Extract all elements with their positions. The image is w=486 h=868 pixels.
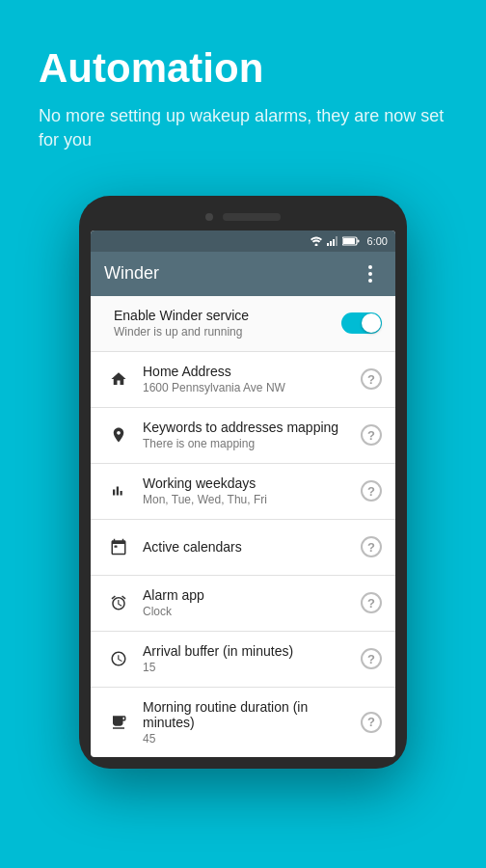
morning-routine-icon bbox=[104, 714, 133, 731]
list-item-working-weekdays[interactable]: Working weekdays Mon, Tue, Wed, Thu, Fri… bbox=[91, 464, 395, 520]
working-weekdays-help[interactable]: ? bbox=[361, 480, 382, 502]
more-dot-2 bbox=[368, 272, 372, 276]
svg-rect-8 bbox=[115, 546, 118, 548]
more-dot-1 bbox=[368, 265, 372, 269]
keywords-mapping-subtitle: There is one mapping bbox=[143, 437, 351, 450]
phone-mockup: 6:00 Winder Enable Winder service Winder… bbox=[0, 176, 486, 769]
active-calendars-help[interactable]: ? bbox=[361, 536, 382, 557]
arrival-buffer-help[interactable]: ? bbox=[361, 648, 382, 669]
list-item-active-calendars[interactable]: Active calendars ? bbox=[91, 520, 395, 576]
arrival-buffer-icon bbox=[104, 650, 133, 667]
morning-routine-subtitle: 45 bbox=[143, 732, 351, 746]
list-item-keywords-mapping[interactable]: Keywords to addresses mapping There is o… bbox=[91, 408, 395, 464]
app-bar: Winder bbox=[91, 252, 395, 296]
arrival-buffer-title: Arrival buffer (in minutes) bbox=[143, 643, 351, 659]
wifi-icon bbox=[310, 236, 323, 246]
status-icons: 6:00 bbox=[310, 235, 388, 247]
arrival-buffer-content: Arrival buffer (in minutes) 15 bbox=[133, 643, 361, 674]
alarm-app-title: Alarm app bbox=[143, 587, 351, 603]
active-calendars-title: Active calendars bbox=[143, 539, 351, 555]
hero-title: Automation bbox=[39, 46, 447, 91]
more-dot-3 bbox=[368, 279, 372, 283]
app-bar-title: Winder bbox=[104, 263, 159, 284]
active-calendars-content: Active calendars bbox=[133, 539, 361, 555]
list-item-morning-routine[interactable]: Morning routine duration (in minutes) 45… bbox=[91, 688, 395, 757]
phone-top-bar bbox=[91, 207, 395, 231]
hero-section: Automation No more setting up wakeup ala… bbox=[0, 0, 486, 176]
home-address-subtitle: 1600 Pennsylvania Ave NW bbox=[143, 381, 351, 394]
status-bar: 6:00 bbox=[91, 231, 395, 252]
alarm-app-content: Alarm app Clock bbox=[133, 587, 361, 618]
home-icon bbox=[104, 370, 133, 388]
alarm-icon bbox=[104, 594, 133, 611]
morning-routine-content: Morning routine duration (in minutes) 45 bbox=[133, 699, 361, 746]
enable-service-subtitle: Winder is up and running bbox=[114, 325, 332, 339]
phone-speaker bbox=[223, 213, 281, 221]
location-icon bbox=[104, 426, 133, 444]
home-address-title: Home Address bbox=[143, 364, 351, 379]
working-weekdays-title: Working weekdays bbox=[143, 475, 351, 491]
phone-screen: 6:00 Winder Enable Winder service Winder… bbox=[91, 231, 395, 757]
svg-rect-2 bbox=[330, 241, 332, 246]
phone-frame: 6:00 Winder Enable Winder service Winder… bbox=[79, 196, 407, 769]
keywords-mapping-help[interactable]: ? bbox=[361, 424, 382, 446]
enable-service-title: Enable Winder service bbox=[114, 308, 332, 323]
svg-rect-3 bbox=[333, 239, 335, 246]
home-address-help[interactable]: ? bbox=[361, 368, 382, 390]
list-item-enable-service[interactable]: Enable Winder service Winder is up and r… bbox=[91, 296, 395, 352]
calendar-icon bbox=[104, 538, 133, 556]
alarm-app-subtitle: Clock bbox=[143, 605, 351, 618]
hero-subtitle: No more setting up wakeup alarms, they a… bbox=[39, 104, 447, 152]
bar-chart-icon bbox=[104, 482, 133, 500]
list-item-alarm-app[interactable]: Alarm app Clock ? bbox=[91, 576, 395, 632]
status-time: 6:00 bbox=[367, 235, 388, 247]
svg-rect-7 bbox=[357, 239, 359, 242]
working-weekdays-subtitle: Mon, Tue, Wed, Thu, Fri bbox=[143, 493, 351, 506]
svg-rect-6 bbox=[343, 238, 355, 244]
battery-icon bbox=[342, 236, 360, 246]
keywords-mapping-content: Keywords to addresses mapping There is o… bbox=[133, 420, 361, 450]
enable-service-toggle[interactable] bbox=[341, 312, 382, 334]
morning-routine-title: Morning routine duration (in minutes) bbox=[143, 699, 351, 730]
morning-routine-help[interactable]: ? bbox=[361, 712, 382, 733]
signal-icon bbox=[327, 236, 338, 246]
phone-camera bbox=[205, 213, 213, 221]
home-address-content: Home Address 1600 Pennsylvania Ave NW bbox=[133, 364, 361, 394]
alarm-app-help[interactable]: ? bbox=[361, 592, 382, 613]
list-item-arrival-buffer[interactable]: Arrival buffer (in minutes) 15 ? bbox=[91, 632, 395, 688]
svg-rect-4 bbox=[336, 236, 338, 246]
working-weekdays-content: Working weekdays Mon, Tue, Wed, Thu, Fri bbox=[133, 475, 361, 506]
more-options-button[interactable] bbox=[359, 262, 382, 285]
enable-service-content: Enable Winder service Winder is up and r… bbox=[104, 308, 341, 339]
svg-rect-1 bbox=[327, 243, 329, 246]
keywords-mapping-title: Keywords to addresses mapping bbox=[143, 420, 351, 435]
list-item-home-address[interactable]: Home Address 1600 Pennsylvania Ave NW ? bbox=[91, 352, 395, 408]
svg-point-0 bbox=[314, 243, 317, 246]
arrival-buffer-subtitle: 15 bbox=[143, 661, 351, 674]
